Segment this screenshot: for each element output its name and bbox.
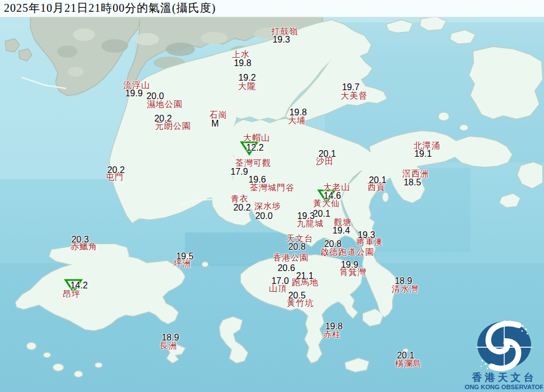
station-value: 18.9 — [394, 276, 412, 286]
station-value: 19.7 — [342, 82, 359, 92]
station-value: 20.3 — [71, 235, 89, 245]
temperature-map-screen: 打鼓嶺 19.3 上水 19.8 大隴 19.2 流浮山 19.9 濕地公園 2… — [0, 0, 544, 392]
stations-layer: 打鼓嶺 19.3 上水 19.8 大隴 19.2 流浮山 19.9 濕地公園 2… — [0, 0, 544, 392]
station-name: 深水埗 — [254, 201, 281, 212]
station-value: 14.2 — [70, 281, 87, 291]
station-value: 20.1 — [369, 175, 386, 185]
station-value: 20.8 — [324, 239, 341, 249]
station-value: 20.2 — [154, 114, 171, 124]
station-value: 19.8 — [325, 321, 342, 332]
station-value: 21.1 — [296, 271, 313, 281]
station-value: 19.6 — [248, 175, 266, 185]
station-value: 19.9 — [341, 260, 358, 270]
station-value: 19.5 — [176, 251, 193, 262]
station-value: 19.3 — [272, 35, 290, 45]
logo-name-en: HONG KONG OBSERVATORY — [464, 384, 543, 390]
station-value: 20.0 — [146, 91, 164, 101]
title-bar: 2025年10月21日21時00分的氣溫(攝氏度) — [0, 0, 544, 17]
station-value: 20.1 — [397, 351, 414, 361]
station-value: 20.8 — [288, 242, 305, 252]
station-value: 20.2 — [107, 165, 124, 175]
station-value: 19.3 — [297, 211, 314, 221]
station-value: 17.9 — [230, 167, 248, 177]
station-value: 20.1 — [313, 209, 330, 219]
station-value: 20.0 — [255, 211, 272, 221]
station-name: 香港公園 — [273, 253, 309, 263]
station-value: M — [211, 119, 218, 129]
hko-logo: 香港天文台 HONG KONG OBSERVATORY — [464, 318, 543, 391]
map-title: 2025年10月21日21時00分的氣溫(攝氏度) — [0, 0, 544, 16]
station-value: 20.5 — [288, 291, 305, 301]
station-value: 17.0 — [271, 276, 289, 286]
station-value: 19.3 — [357, 230, 375, 240]
station-value: 18.9 — [161, 333, 179, 343]
station-value: 20.2 — [233, 203, 250, 213]
station-value: 19.8 — [289, 108, 306, 118]
station-value: 20.6 — [277, 263, 295, 273]
station-value: 19.9 — [125, 88, 142, 99]
station-value: 19.4 — [332, 226, 350, 236]
logo-name-cn: 香港天文台 — [472, 371, 537, 383]
station-name: 大帽山 — [243, 133, 270, 143]
station-value: 18.5 — [403, 178, 421, 188]
station-name: 黃大仙 — [313, 198, 340, 209]
station-value: 12.2 — [246, 143, 263, 153]
station-value: 20.1 — [318, 149, 336, 159]
station-value: 19.8 — [234, 58, 251, 68]
station-value: 19.1 — [414, 149, 431, 159]
station-value: 19.2 — [238, 73, 255, 83]
